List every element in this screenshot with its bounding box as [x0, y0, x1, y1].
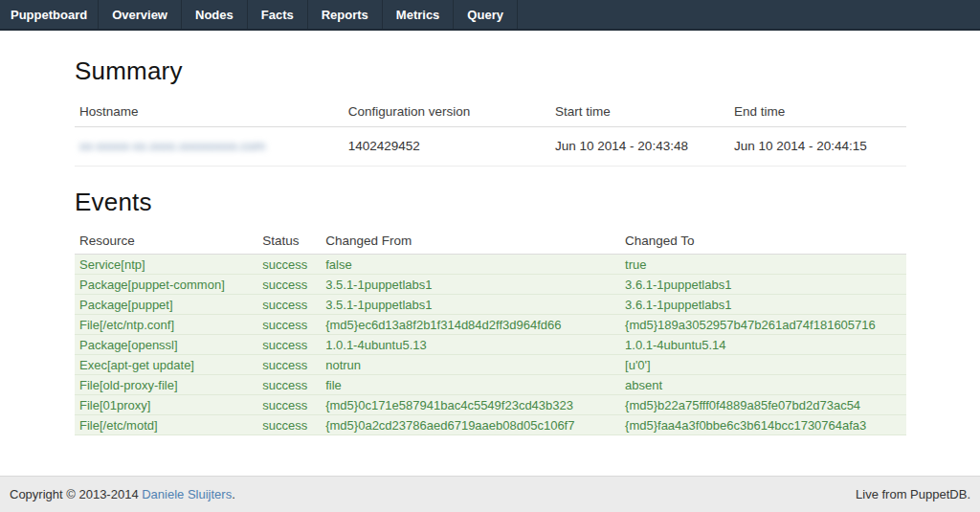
table-row: Package[openssl] success 1.0.1-4ubuntu5.… [75, 335, 906, 355]
puppetdb-status-text: Live from PuppetDB. [856, 487, 970, 501]
event-resource: Service[ntp] [75, 255, 257, 275]
nav-item-query[interactable]: Query [454, 0, 518, 29]
nav-item-nodes[interactable]: Nodes [182, 0, 248, 29]
table-row: File[old-proxy-file] success file absent [75, 375, 906, 395]
summary-section-title: Summary [75, 56, 906, 86]
event-resource: Exec[apt-get update] [75, 355, 257, 375]
copyright-prefix: Copyright © 2013-2014 [10, 487, 142, 501]
event-resource: File[/etc/motd] [75, 415, 257, 435]
event-changed-from: 3.5.1-1puppetlabs1 [321, 295, 620, 315]
event-resource: Package[puppet-common] [75, 275, 257, 295]
event-status: success [257, 395, 321, 415]
event-status: success [257, 355, 321, 375]
event-changed-from: 3.5.1-1puppetlabs1 [321, 275, 620, 295]
nav-item-overview[interactable]: Overview [99, 0, 182, 29]
event-changed-to: {md5}b22a75fff0f4889a85fe07bd2d73ac54 [620, 395, 906, 415]
summary-header-hostname: Hostname [75, 96, 344, 127]
summary-header-start-time: Start time [550, 96, 729, 127]
event-status: success [257, 375, 321, 395]
nav-item-facts[interactable]: Facts [248, 0, 308, 29]
event-status: success [257, 295, 321, 315]
event-changed-from: {md5}0c171e587941bac4c5549f23cd43b323 [321, 395, 620, 415]
table-row: File[/etc/ntp.conf] success {md5}ec6d13a… [75, 315, 906, 335]
event-resource: File[/etc/ntp.conf] [75, 315, 257, 335]
main-content: Summary Hostname Configuration version S… [0, 31, 980, 476]
events-section-title: Events [75, 188, 906, 217]
hostname-link-redacted[interactable]: xx-xxxxx-xx.xxxx.xxxxxxxxx.com [79, 139, 265, 153]
navbar-brand-puppetboard[interactable]: Puppetboard [0, 0, 99, 29]
events-header-changed-to: Changed To [620, 227, 906, 255]
event-changed-from: file [321, 375, 620, 395]
event-status: success [257, 255, 321, 275]
event-changed-to: 1.0.1-4ubuntu5.14 [620, 335, 906, 355]
event-changed-to: true [620, 255, 906, 275]
events-table: Resource Status Changed From Changed To … [75, 227, 906, 435]
end-time-value: Jun 10 2014 - 20:44:15 [729, 127, 906, 167]
event-changed-to: {md5}189a3052957b47b261ad74f181605716 [620, 315, 906, 335]
events-header-status: Status [257, 227, 321, 255]
event-resource: File[01proxy] [75, 395, 257, 415]
summary-header-row: Hostname Configuration version Start tim… [75, 96, 906, 127]
event-changed-from: 1.0.1-4ubuntu5.13 [321, 335, 620, 355]
event-changed-to: 3.6.1-1puppetlabs1 [620, 295, 906, 315]
table-row: Package[puppet-common] success 3.5.1-1pu… [75, 275, 906, 295]
event-changed-to: 3.6.1-1puppetlabs1 [620, 275, 906, 295]
event-status: success [257, 315, 321, 335]
event-status: success [257, 275, 321, 295]
event-changed-from: false [321, 255, 620, 275]
page-footer: Copyright © 2013-2014 Daniele Sluijters.… [0, 476, 980, 512]
copyright-text: Copyright © 2013-2014 Daniele Sluijters. [10, 487, 235, 501]
summary-header-config-version: Configuration version [344, 96, 550, 127]
events-header-resource: Resource [75, 227, 257, 255]
event-resource: Package[puppet] [75, 295, 257, 315]
table-row: Exec[apt-get update] success notrun [u'0… [75, 355, 906, 375]
config-version-value: 1402429452 [344, 127, 550, 167]
table-row: Package[puppet] success 3.5.1-1puppetlab… [75, 295, 906, 315]
author-link[interactable]: Daniele Sluijters [142, 487, 232, 501]
event-status: success [257, 415, 321, 435]
event-changed-from: notrun [321, 355, 620, 375]
summary-data-row: xx-xxxxx-xx.xxxx.xxxxxxxxx.com 140242945… [75, 127, 906, 167]
events-header-changed-from: Changed From [321, 227, 620, 255]
event-status: success [257, 335, 321, 355]
table-row: File[/etc/motd] success {md5}0a2cd23786a… [75, 415, 906, 435]
events-header-row: Resource Status Changed From Changed To [75, 227, 906, 255]
table-row: Service[ntp] success false true [75, 255, 906, 275]
copyright-suffix: . [232, 487, 235, 501]
event-resource: File[old-proxy-file] [75, 375, 257, 395]
nav-item-reports[interactable]: Reports [308, 0, 383, 29]
top-navbar: Puppetboard Overview Nodes Facts Reports… [0, 0, 980, 31]
summary-table: Hostname Configuration version Start tim… [75, 96, 906, 167]
event-changed-from: {md5}ec6d13a8f2b1f314d84d2ff3d964fd66 [321, 315, 620, 335]
start-time-value: Jun 10 2014 - 20:43:48 [550, 127, 729, 167]
summary-header-end-time: End time [729, 96, 906, 127]
event-changed-from: {md5}0a2cd23786aed6719aaeb08d05c106f7 [321, 415, 620, 435]
event-changed-to: [u'0'] [620, 355, 906, 375]
table-row: File[01proxy] success {md5}0c171e587941b… [75, 395, 906, 415]
event-changed-to: {md5}faa4a3f0bbe6c3b614bcc1730764afa3 [620, 415, 906, 435]
nav-item-metrics[interactable]: Metrics [383, 0, 455, 29]
event-resource: Package[openssl] [75, 335, 257, 355]
event-changed-to: absent [620, 375, 906, 395]
